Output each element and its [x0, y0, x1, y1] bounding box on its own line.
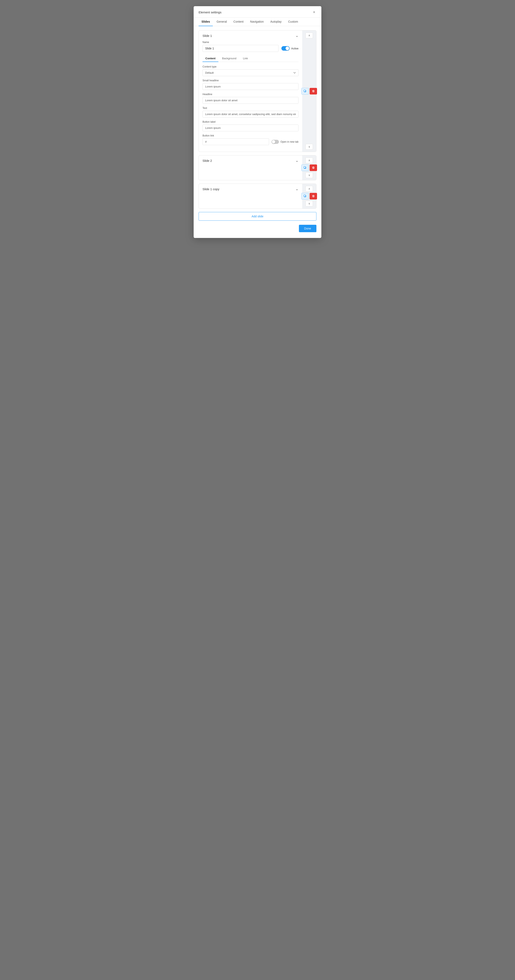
- modal-close-button[interactable]: ×: [312, 10, 316, 14]
- tab-slides[interactable]: Slides: [199, 18, 213, 26]
- toggle-knob: [285, 46, 289, 50]
- slide-1-copy-duplicate-button[interactable]: [301, 193, 309, 199]
- button-label-input[interactable]: [202, 124, 298, 131]
- slide-1-active-toggle-row: Active: [281, 46, 298, 51]
- duplicate-icon: [304, 166, 306, 169]
- slide-1-duplicate-button[interactable]: [301, 88, 309, 94]
- slide-1-name-group: Name Active: [202, 41, 298, 52]
- duplicate-icon: [304, 90, 306, 92]
- inner-tab-background[interactable]: Background: [219, 55, 239, 62]
- headline-label: Headline: [202, 93, 298, 96]
- button-link-label: Button link: [202, 134, 298, 137]
- tab-general[interactable]: General: [214, 18, 230, 26]
- svg-rect-3: [304, 167, 306, 168]
- slide-1-copy-card: Slide 1 copy ⌄ ∧: [199, 184, 316, 209]
- tab-navigation[interactable]: Navigation: [247, 18, 266, 26]
- slide-1-move-down-button[interactable]: ∨: [306, 144, 313, 150]
- text-group: Text: [202, 107, 298, 118]
- modal-header: Element settings ×: [194, 6, 321, 18]
- slide-1-chevron-icon[interactable]: ⌄: [295, 33, 298, 38]
- tab-content[interactable]: Content: [231, 18, 246, 26]
- slide-1-delete-button[interactable]: [309, 88, 317, 94]
- slide-1-copy-sidebar: ∧ ∨: [302, 184, 316, 208]
- slide-1-name-row: Active: [202, 45, 298, 52]
- slide-2-title: Slide 2: [202, 159, 212, 162]
- content-type-select[interactable]: Default: [202, 69, 298, 76]
- slide-1-copy-move-up-button[interactable]: ∧: [306, 186, 313, 192]
- slide-2-delete-button[interactable]: [309, 164, 317, 171]
- slide-2-action-buttons: [301, 164, 317, 171]
- slide-2-header: Slide 2 ⌄: [199, 156, 302, 166]
- small-headline-group: Small headline: [202, 79, 298, 90]
- content-type-label: Content type: [202, 65, 298, 68]
- modal-tabs: Slides General Content Navigation Autopl…: [194, 18, 321, 26]
- trash-icon: [312, 90, 315, 92]
- slide-1-card: Slide 1 ⌄ Name: [199, 30, 316, 152]
- slide-1-active-label: Active: [291, 47, 298, 50]
- text-input[interactable]: [202, 111, 298, 118]
- slide-1-sidebar: ∧ ∨: [302, 30, 316, 152]
- slide-1-copy-title: Slide 1 copy: [202, 187, 219, 191]
- slide-1-title: Slide 1: [202, 34, 212, 37]
- slide-2-sidebar: ∧ ∨: [302, 156, 316, 180]
- button-link-row: Open in new tab: [202, 138, 298, 145]
- tab-custom[interactable]: Custom: [285, 18, 301, 26]
- headline-input[interactable]: [202, 97, 298, 104]
- slide-1-header: Slide 1 ⌄: [199, 30, 302, 41]
- modal-overlay: Element settings × Slides General Conten…: [0, 0, 515, 980]
- slide-1-move-up-button[interactable]: ∧: [306, 32, 313, 38]
- slide-1-active-toggle[interactable]: [281, 46, 290, 51]
- modal-title: Element settings: [199, 11, 222, 14]
- slide-1-copy-chevron-icon[interactable]: ⌄: [295, 187, 298, 191]
- slide-1-copy-header: Slide 1 copy ⌄: [199, 184, 302, 194]
- slide-1-name-label: Name: [202, 41, 298, 44]
- tab-autoplay[interactable]: Autoplay: [267, 18, 284, 26]
- inner-tab-link[interactable]: Link: [240, 55, 251, 62]
- modal-body: Slide 1 ⌄ Name: [194, 26, 321, 238]
- slide-1-action-buttons: [301, 88, 317, 94]
- content-type-group: Content type Default: [202, 65, 298, 76]
- element-settings-modal: Element settings × Slides General Conten…: [194, 6, 321, 238]
- slide-2-card: Slide 2 ⌄ ∧: [199, 155, 316, 180]
- slide-1-expanded: Name Active: [199, 41, 302, 152]
- slide-1-main: Slide 1 ⌄ Name: [199, 30, 302, 152]
- done-row: Done: [199, 225, 316, 233]
- slide-1-name-input[interactable]: [202, 45, 279, 52]
- trash-icon: [312, 195, 315, 197]
- duplicate-icon: [304, 195, 306, 197]
- open-in-new-tab-toggle[interactable]: [271, 140, 279, 144]
- add-slide-button[interactable]: Add slide: [199, 212, 316, 221]
- slide-2-move-down-button[interactable]: ∨: [306, 172, 313, 178]
- button-link-input[interactable]: [202, 138, 269, 145]
- slide-1-copy-main: Slide 1 copy ⌄: [199, 184, 302, 208]
- slide-1-copy-delete-button[interactable]: [309, 193, 317, 199]
- open-in-new-tab-row: Open in new tab: [271, 140, 298, 144]
- svg-rect-5: [304, 195, 306, 197]
- slide-2-move-up-button[interactable]: ∧: [306, 158, 313, 163]
- headline-group: Headline: [202, 93, 298, 104]
- slide-2-main: Slide 2 ⌄: [199, 156, 302, 180]
- slide-1-copy-move-down-button[interactable]: ∨: [306, 201, 313, 207]
- button-label-group: Button label: [202, 121, 298, 131]
- small-headline-input[interactable]: [202, 83, 298, 90]
- text-label: Text: [202, 107, 298, 110]
- inner-tab-content[interactable]: Content: [202, 55, 218, 62]
- button-label-label: Button label: [202, 121, 298, 123]
- slide-2-duplicate-button[interactable]: [301, 164, 309, 171]
- slide-2-chevron-icon[interactable]: ⌄: [295, 158, 298, 163]
- done-button[interactable]: Done: [299, 225, 316, 232]
- open-in-new-tab-label: Open in new tab: [281, 140, 298, 143]
- svg-rect-1: [304, 90, 306, 92]
- slide-1-copy-action-buttons: [301, 193, 317, 199]
- button-link-group: Button link Open in new tab: [202, 134, 298, 145]
- small-headline-label: Small headline: [202, 79, 298, 82]
- slide-1-inner-tabs: Content Background Link: [202, 55, 298, 62]
- toggle-off-knob: [272, 140, 275, 143]
- trash-icon: [312, 166, 315, 169]
